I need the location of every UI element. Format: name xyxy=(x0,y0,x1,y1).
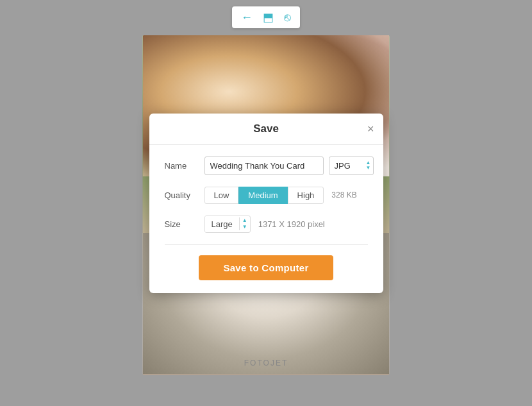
modal-header: Save × xyxy=(149,114,383,145)
size-select-wrapper: Large ▲ ▼ xyxy=(204,216,251,233)
size-value: Large xyxy=(205,216,239,232)
quality-group: Low Medium High xyxy=(204,187,324,204)
quality-high-button[interactable]: High xyxy=(288,187,324,204)
modal-divider xyxy=(165,244,368,245)
quality-medium-button[interactable]: Medium xyxy=(238,187,287,204)
quality-size-info: 328 KB xyxy=(331,190,356,199)
format-select-wrapper: JPG PNG PDF ▲ ▼ xyxy=(329,156,374,175)
quality-label: Quality xyxy=(165,190,204,200)
name-input[interactable] xyxy=(204,156,324,175)
modal-close-button[interactable]: × xyxy=(367,123,374,135)
save-to-computer-button[interactable]: Save to Computer xyxy=(199,255,333,280)
modal-title: Save xyxy=(253,123,279,135)
save-button-wrapper: Save to Computer xyxy=(165,255,368,280)
name-label: Name xyxy=(165,161,204,171)
quality-row: Quality Low Medium High 328 KB xyxy=(165,187,368,204)
save-modal: Save × Name JPG PNG PDF ▲ ▼ xyxy=(149,114,383,293)
size-arrows-button[interactable]: ▲ ▼ xyxy=(239,217,250,230)
modal-overlay: Save × Name JPG PNG PDF ▲ ▼ xyxy=(0,0,532,406)
name-row: Name JPG PNG PDF ▲ ▼ xyxy=(165,156,368,175)
size-label: Size xyxy=(165,219,204,229)
quality-low-button[interactable]: Low xyxy=(204,187,239,204)
format-select[interactable]: JPG PNG PDF xyxy=(329,156,374,175)
size-row: Size Large ▲ ▼ 1371 X 1920 pixel xyxy=(165,216,368,233)
size-pixel-info: 1371 X 1920 pixel xyxy=(258,219,325,229)
modal-body: Name JPG PNG PDF ▲ ▼ Quality xyxy=(149,145,383,293)
